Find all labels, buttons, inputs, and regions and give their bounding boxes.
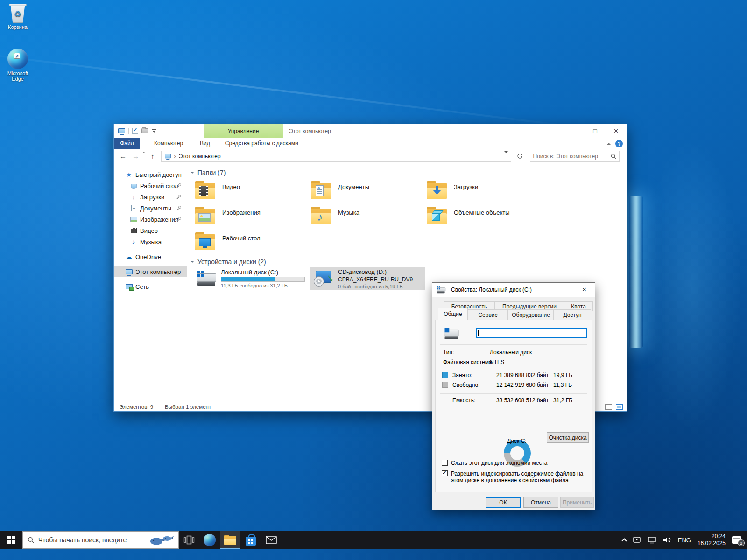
- address-dropdown-icon[interactable]: [504, 153, 508, 160]
- disk-cleanup-button[interactable]: Очистка диска: [547, 432, 589, 443]
- clock[interactable]: 20:24 16.02.2025: [698, 533, 726, 547]
- tab-tools[interactable]: Сервис: [468, 309, 508, 320]
- tab-hardware[interactable]: Оборудование: [508, 309, 554, 320]
- items-count: Элементов: 9: [120, 404, 153, 410]
- drive-tile-d-selected[interactable]: ↓ CD-дисковод (D:) CPBA_X64FRE_RU-RU_DV9…: [310, 267, 425, 290]
- cancel-button[interactable]: Отмена: [523, 497, 558, 508]
- sidebar-item-network[interactable]: Сеть: [114, 281, 187, 292]
- tray-overflow-icon[interactable]: [621, 538, 627, 543]
- collapse-group-icon[interactable]: [190, 261, 194, 263]
- dialog-close-button[interactable]: [574, 283, 595, 297]
- sidebar-item-videos[interactable]: Видео: [114, 225, 187, 236]
- ok-button[interactable]: ОК: [486, 497, 521, 508]
- drive-tile-c[interactable]: Локальный диск (C:) 11,3 ГБ свободно из …: [193, 267, 308, 290]
- tab-disk-tools[interactable]: Средства работы с дисками: [218, 138, 305, 149]
- help-icon[interactable]: ?: [615, 140, 623, 147]
- volume-label-input[interactable]: [476, 328, 587, 338]
- maximize-button[interactable]: [585, 124, 606, 138]
- expand-ribbon-icon[interactable]: [607, 143, 611, 145]
- capacity-size: 31,2 ГБ: [553, 397, 572, 404]
- close-button[interactable]: [606, 124, 627, 138]
- collapse-group-icon[interactable]: [190, 172, 194, 174]
- taskbar-mail-button[interactable]: [261, 531, 282, 549]
- sidebar-item-music[interactable]: ♪ Музыка: [114, 236, 187, 247]
- indexing-checkbox[interactable]: [442, 470, 448, 476]
- start-button[interactable]: [0, 531, 22, 549]
- used-label: Занято:: [452, 372, 472, 378]
- new-folder-icon[interactable]: [141, 128, 148, 133]
- folder-tile-desktop[interactable]: Рабочий стол: [193, 231, 309, 257]
- up-button[interactable]: ↑: [151, 152, 155, 160]
- taskbar-search-input[interactable]: Чтобы начать поиск, введите: [22, 531, 179, 549]
- wallpaper-beam: [0, 51, 595, 130]
- capacity-label: Емкость:: [452, 397, 475, 404]
- back-button[interactable]: ←: [120, 152, 127, 160]
- tiles-view-icon[interactable]: [616, 404, 623, 410]
- minimize-button[interactable]: [564, 124, 585, 138]
- taskbar-explorer-button[interactable]: [220, 531, 240, 549]
- network-tray-icon[interactable]: [648, 536, 656, 544]
- mail-icon: [266, 536, 277, 544]
- folder-icon: [195, 232, 217, 250]
- action-center-icon[interactable]: 2: [732, 536, 741, 544]
- this-pc-icon[interactable]: [118, 128, 125, 133]
- customize-qat-button[interactable]: [152, 129, 156, 133]
- sidebar-item-onedrive[interactable]: ☁ OneDrive: [114, 251, 187, 262]
- indexing-checkbox-label[interactable]: Разрешить индексировать содержимое файло…: [451, 470, 591, 483]
- compress-checkbox[interactable]: [442, 460, 448, 466]
- language-indicator[interactable]: ENG: [678, 537, 691, 544]
- forward-button[interactable]: →: [132, 152, 139, 160]
- tab-view[interactable]: Вид: [191, 138, 218, 149]
- tab-general[interactable]: Общие: [438, 308, 468, 320]
- group-header-devices[interactable]: Устройства и диски (2): [190, 258, 619, 266]
- sidebar-item-this-pc[interactable]: Этот компьютер: [114, 266, 187, 277]
- details-view-icon[interactable]: [605, 404, 612, 410]
- properties-icon[interactable]: [132, 128, 138, 134]
- desktop: ♻ Корзина ↗ Microsoft Edge Управление Эт…: [0, 0, 747, 560]
- folder-tile-documents[interactable]: Документы: [309, 180, 425, 206]
- sidebar-item-documents[interactable]: Документы: [114, 203, 187, 214]
- compress-checkbox-label[interactable]: Сжать этот диск для экономии места: [451, 460, 591, 466]
- apply-button[interactable]: Применить: [560, 497, 594, 508]
- group-header-folders[interactable]: Папки (7): [190, 169, 619, 176]
- refresh-button[interactable]: [515, 151, 525, 162]
- taskbar-store-button[interactable]: [240, 531, 261, 549]
- desktop-icon-recycle-bin[interactable]: ♻ Корзина: [1, 4, 35, 30]
- sidebar-item-pictures[interactable]: Изображения: [114, 214, 187, 225]
- sidebar-item-quick-access[interactable]: ★ Быстрый доступ: [114, 169, 187, 180]
- folder-tile-pictures[interactable]: Изображения: [193, 206, 309, 231]
- sidebar-item-downloads[interactable]: ↓ Загрузки: [114, 191, 187, 203]
- windows-logo-icon: [7, 536, 15, 544]
- explorer-titlebar: Управление Этот компьютер: [114, 124, 627, 138]
- task-view-button[interactable]: [179, 531, 199, 549]
- tab-file[interactable]: Файл: [114, 138, 140, 149]
- folder-tile-3d-objects[interactable]: Объемные объекты: [425, 206, 541, 231]
- pin-icon: [176, 183, 181, 188]
- taskbar-edge-button[interactable]: [199, 531, 220, 549]
- folder-tile-downloads[interactable]: Загрузки: [425, 180, 541, 206]
- folder-tile-music[interactable]: ♪ Музыка: [309, 206, 425, 231]
- contextual-tab-header[interactable]: Управление: [204, 124, 283, 138]
- tab-computer[interactable]: Компьютер: [146, 138, 191, 149]
- sidebar-item-desktop[interactable]: Рабочий стол: [114, 180, 187, 191]
- volume-icon[interactable]: [663, 536, 671, 544]
- screen-sync-icon[interactable]: [633, 536, 641, 544]
- edge-icon: ↗: [7, 49, 28, 69]
- dialog-titlebar: Свойства: Локальный диск (C:): [432, 283, 595, 297]
- microsoft-store-icon: [246, 537, 256, 546]
- type-label: Тип:: [443, 349, 454, 356]
- recent-locations-icon[interactable]: [142, 153, 145, 160]
- address-input[interactable]: › Этот компьютер: [161, 151, 511, 162]
- tab-sharing[interactable]: Доступ: [554, 309, 591, 320]
- folder-icon: [427, 181, 448, 199]
- folder-tile-video[interactable]: Видео: [193, 180, 309, 206]
- breadcrumb[interactable]: Этот компьютер: [179, 153, 221, 160]
- search-input[interactable]: Поиск в: Этот компьютер: [530, 151, 620, 162]
- filesystem-label: Файловая система:: [443, 359, 493, 365]
- folder-icon: [195, 181, 217, 199]
- desktop-icon-edge[interactable]: ↗ Microsoft Edge: [1, 49, 35, 82]
- search-icon[interactable]: [611, 154, 616, 159]
- folder-icon: ♪: [311, 207, 332, 224]
- edge-icon: [204, 534, 216, 546]
- text-caret: [478, 330, 479, 336]
